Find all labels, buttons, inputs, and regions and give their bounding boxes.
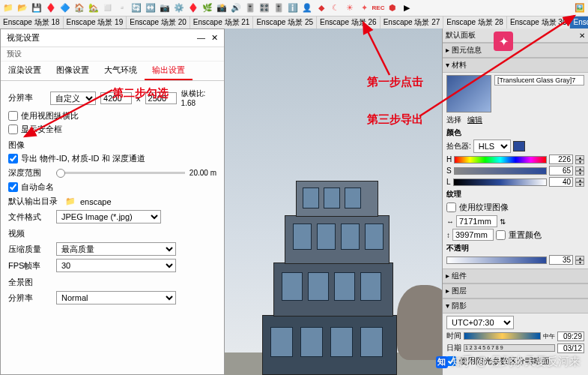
tex-h[interactable] xyxy=(452,229,494,241)
material-name[interactable] xyxy=(494,75,584,86)
toolbar-btn[interactable]: 📸 xyxy=(215,2,228,15)
info-icon[interactable]: ℹ️ xyxy=(286,2,300,15)
refresh-icon[interactable]: 🔄 xyxy=(130,2,143,15)
enscape-logo: ✦ xyxy=(494,32,513,51)
edit-btn[interactable]: 编辑 xyxy=(467,115,482,125)
material-swatch[interactable] xyxy=(446,75,491,112)
auto-name-chk[interactable]: 自动命名 xyxy=(8,182,216,193)
fps-select[interactable]: 30 xyxy=(56,259,176,272)
video-section: 视频 xyxy=(8,228,216,239)
tune-icon[interactable]: 🎛️ xyxy=(258,2,271,15)
toolbar-btn[interactable]: ◻️ xyxy=(101,2,115,15)
sliders-icon[interactable]: 🎚️ xyxy=(243,2,257,15)
gear-icon[interactable]: ⚙️ xyxy=(172,2,186,15)
minimize-icon[interactable]: — xyxy=(197,33,205,43)
gem-icon[interactable]: ◆ xyxy=(315,2,328,15)
hue-slider[interactable] xyxy=(454,156,547,164)
close-icon[interactable]: ✕ xyxy=(211,33,218,43)
tz-select[interactable]: UTC+07:30 xyxy=(446,316,514,329)
preset-label: 预设 xyxy=(1,47,224,62)
camera-icon[interactable]: 📷 xyxy=(158,2,172,15)
compress-label: 压缩质量 xyxy=(8,244,52,255)
tab-atmosphere[interactable]: 大气环境 xyxy=(97,62,145,80)
toolbar-btn[interactable]: 📂 xyxy=(16,2,29,15)
toolbar-btn[interactable]: 🎚️ xyxy=(272,2,285,15)
picker-select[interactable]: HLS xyxy=(473,140,511,153)
shadows-collapse[interactable]: ▾ 阴影 xyxy=(443,298,588,314)
show-safe-chk[interactable]: 显示安全框 xyxy=(8,124,216,135)
time-slider[interactable] xyxy=(464,332,541,340)
rec-icon[interactable]: REC xyxy=(372,2,385,15)
date-slider[interactable]: 1 2 3 4 5 6 7 8 9 xyxy=(464,344,555,352)
scene-tab[interactable]: Enscape 场景 25 xyxy=(253,16,317,28)
scene-tab[interactable]: Enscape 场景 21 xyxy=(190,16,254,28)
sun-icon[interactable]: ☀ xyxy=(343,2,357,15)
toolbar-btn[interactable]: 🏡 xyxy=(87,2,100,15)
visual-settings-panel: 视觉设置 — ✕ 预设 渲染设置 图像设置 大气环境 输出设置 分辨率 自定义 … xyxy=(0,28,225,375)
scene-tab[interactable]: Enscape 场景 30 xyxy=(507,16,571,28)
main-toolbar: 📁 📂 💾 ♦️ 🔷 🏠 🏡 ◻️ ▫️ 🔄 ↔️ 📷 ⚙️ ♦️ 🌿 📸 🔊 … xyxy=(0,0,588,16)
depth-label: 深度范围 xyxy=(8,167,52,178)
leaf-icon[interactable]: 🌿 xyxy=(201,2,214,15)
tab-image[interactable]: 图像设置 xyxy=(49,62,97,80)
zhihu-logo: 知 xyxy=(436,356,448,368)
light-slider[interactable] xyxy=(453,178,547,186)
height-input[interactable] xyxy=(145,92,177,104)
scene-tab-active[interactable]: Enscape 场景 32 xyxy=(570,16,588,28)
opacity-input[interactable] xyxy=(549,255,573,265)
compress-select[interactable]: 最高质量 xyxy=(56,242,176,256)
date-input[interactable] xyxy=(557,344,584,353)
wrench-icon[interactable]: ✦ xyxy=(357,2,371,15)
toolbar-btn[interactable]: 📁 xyxy=(1,2,15,15)
select-btn[interactable]: 选择 xyxy=(446,115,461,125)
toolbar-btn[interactable]: 🏠 xyxy=(73,2,86,15)
color-section: 颜色 xyxy=(446,128,584,138)
scene-tabs: Enscape 场景 18 Enscape 场景 19 Enscape 场景 2… xyxy=(0,16,588,28)
export-ids-chk[interactable]: 导出 物件-ID, 材质-ID 和 深度通道 xyxy=(8,153,216,164)
format-select[interactable]: JPEG Image (*.jpg) xyxy=(56,210,161,224)
3d-viewport[interactable] xyxy=(225,28,442,375)
toolbar-btn[interactable]: ▫️ xyxy=(115,2,129,15)
pano-section: 全景图 xyxy=(8,277,216,288)
s-input[interactable] xyxy=(549,166,573,176)
shield-icon[interactable]: ⬢ xyxy=(386,2,399,15)
scene-tab[interactable]: Enscape 场景 20 xyxy=(127,16,190,28)
folder-icon[interactable]: 📁 xyxy=(65,196,76,206)
default-panel-label: 默认面板 xyxy=(446,30,476,40)
sound-icon[interactable]: 🔊 xyxy=(229,2,243,15)
l-input[interactable] xyxy=(549,177,573,187)
export-icon[interactable]: ▶ xyxy=(400,2,413,15)
layers-collapse[interactable]: ▸ 图层 xyxy=(443,284,588,298)
depth-slider[interactable] xyxy=(56,172,185,174)
scene-tab[interactable]: Enscape 场景 18 xyxy=(0,16,64,28)
materials-collapse[interactable]: ▾ 材料 xyxy=(443,58,588,73)
use-viewport-chk[interactable]: 使用视图纵横比 xyxy=(8,110,216,122)
use-texture-chk[interactable]: 使用纹理图像 xyxy=(446,202,584,213)
sat-slider[interactable] xyxy=(454,167,547,175)
moon-icon[interactable]: ☾ xyxy=(329,2,342,15)
pano-res-select[interactable]: Normal xyxy=(56,291,176,304)
toolbar-btn[interactable]: ↔️ xyxy=(144,2,157,15)
opacity-slider[interactable] xyxy=(446,256,547,264)
width-input[interactable] xyxy=(100,92,132,104)
scene-tab[interactable]: Enscape 场景 27 xyxy=(381,16,444,28)
color-preview[interactable] xyxy=(513,141,525,152)
user-icon[interactable]: 👤 xyxy=(300,2,314,15)
toolbar-btn[interactable]: 💾 xyxy=(30,2,43,15)
toolbar-btn[interactable]: 🖼️ xyxy=(573,2,587,15)
resolution-mode-select[interactable]: 自定义 xyxy=(50,92,96,105)
scene-tab[interactable]: Enscape 场景 28 xyxy=(443,16,507,28)
close-icon[interactable]: ✕ xyxy=(579,32,585,40)
tab-output[interactable]: 输出设置 xyxy=(145,62,193,80)
scene-tab[interactable]: Enscape 场景 26 xyxy=(317,16,381,28)
toolbar-btn[interactable]: ♦️ xyxy=(187,2,200,15)
tab-render[interactable]: 渲染设置 xyxy=(1,62,49,80)
toolbar-btn[interactable]: ♦️ xyxy=(44,2,58,15)
time-input[interactable] xyxy=(557,332,584,341)
h-input[interactable] xyxy=(549,154,573,164)
scene-tab[interactable]: Enscape 场景 19 xyxy=(64,16,127,28)
toolbar-btn[interactable]: 🔷 xyxy=(58,2,72,15)
components-collapse[interactable]: ▸ 组件 xyxy=(443,268,588,284)
tex-w[interactable] xyxy=(456,215,497,227)
entity-info-collapse[interactable]: ▸ 图元信息 xyxy=(443,43,588,58)
